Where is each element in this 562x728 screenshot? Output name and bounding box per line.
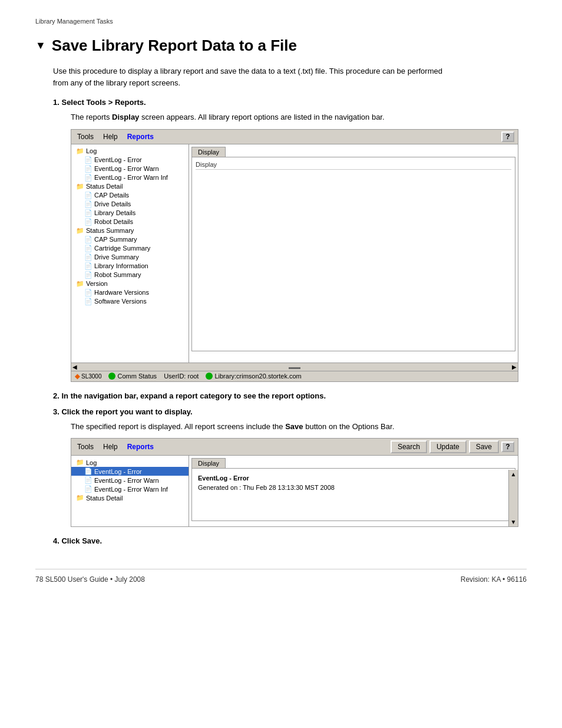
footer-left: 78 SL500 User's Guide • July 2008 [35, 575, 145, 584]
comm-status-icon [108, 373, 115, 380]
menu-help-2[interactable]: Help [101, 442, 120, 452]
menu-tools-2[interactable]: Tools [75, 442, 96, 452]
screenshot-2: Tools Help Reports Search Update Save ? … [71, 438, 518, 527]
folder-icon-sd-2: 📁 [76, 494, 84, 502]
menu-reports-1[interactable]: Reports [125, 132, 156, 141]
folder-icon-sd: 📁 [76, 183, 84, 190]
tree2-status-detail[interactable]: 📁 Status Detail [71, 493, 189, 502]
nav-scroll-bar-1: ◀ ▬▬ ▶ [71, 363, 518, 371]
menu-tools-1[interactable]: Tools [75, 132, 96, 141]
scroll-down-icon[interactable]: ▼ [511, 519, 517, 525]
folder-icon-v: 📁 [76, 280, 84, 288]
report-title: EventLog - Error [198, 475, 509, 482]
file-icon-11: 📄 [84, 262, 92, 270]
step-1: 1. Select Tools > Reports. The reports D… [35, 98, 527, 382]
tree-robot-summary[interactable]: 📄 Robot Summary [71, 271, 189, 279]
menubar-2: Tools Help Reports Search Update Save ? [71, 439, 518, 456]
tree-drive-details[interactable]: 📄 Drive Details [71, 200, 189, 209]
file-icon-ewi: 📄 [84, 485, 92, 493]
nav-tree-1[interactable]: 📁 Log 📄 EventLog - Error 📄 EventLog - Er… [71, 144, 189, 363]
tree2-eventlog-errorwarn[interactable]: 📄 EventLog - Error Warn [71, 476, 189, 485]
tree-eventlog-error[interactable]: 📄 EventLog - Error [71, 156, 189, 164]
app-content-2: 📁 Log 📄 EventLog - Error 📄 EventLog - Er… [71, 456, 518, 526]
footer-right: Revision: KA • 96116 [461, 575, 527, 584]
display-content-1: Display [191, 157, 515, 351]
file-icon-ew: 📄 [84, 476, 92, 484]
tree-library-info[interactable]: 📄 Library Information [71, 262, 189, 271]
tree-software-versions[interactable]: 📄 Software Versions [71, 297, 189, 306]
user-id-label: UserID: root [164, 373, 199, 380]
step-3: 3. Click the report you want to display.… [35, 407, 527, 528]
file-icon-sel: 📄 [84, 467, 92, 475]
search-button[interactable]: Search [391, 440, 427, 453]
file-icon-2: 📄 [84, 165, 92, 173]
vertical-scrollbar[interactable]: ▲ ▼ [508, 470, 518, 526]
tree-status-summary[interactable]: 📁 Status Summary [71, 226, 189, 235]
step-2-label: 2. In the navigation bar, expand a repor… [53, 391, 527, 400]
collapse-icon: ▼ [35, 39, 46, 52]
sun-logo-text: SL3000 [81, 373, 101, 380]
file-icon-9: 📄 [84, 245, 92, 252]
file-icon-8: 📄 [84, 236, 92, 243]
comm-status-1: Comm Status [108, 373, 157, 380]
file-icon-10: 📄 [84, 253, 92, 261]
tree-log[interactable]: 📁 Log [71, 147, 189, 156]
tree-library-details[interactable]: 📄 Library Details [71, 209, 189, 218]
nav-tree-2[interactable]: 📁 Log 📄 EventLog - Error 📄 EventLog - Er… [71, 456, 189, 526]
tree-eventlog-errorwarn[interactable]: 📄 EventLog - Error Warn [71, 164, 189, 173]
step-3-description: The specified report is displayed. All r… [71, 421, 454, 433]
screenshot-1: Tools Help Reports ? 📁 Log 📄 EventLog - … [71, 129, 518, 382]
scroll-right-icon[interactable]: ▶ [512, 364, 517, 370]
save-button[interactable]: Save [469, 440, 499, 453]
file-icon-13: 📄 [84, 289, 92, 297]
tree-robot-details[interactable]: 📄 Robot Details [71, 218, 189, 226]
tree-cap-summary[interactable]: 📄 CAP Summary [71, 235, 189, 244]
file-icon-7: 📄 [84, 218, 92, 226]
file-icon-5: 📄 [84, 200, 92, 208]
display-inner-2: EventLog - Error Generated on : Thu Feb … [196, 472, 511, 493]
report-generated: Generated on : Thu Feb 28 13:13:30 MST 2… [198, 484, 509, 491]
sun-logo-icon: ◆ [75, 373, 80, 380]
display-section-label-1: Display [196, 161, 511, 170]
display-panel-2: Display EventLog - Error Generated on : … [189, 456, 518, 526]
scroll-left-icon[interactable]: ◀ [72, 364, 77, 370]
step-3-label: 3. Click the report you want to display. [53, 407, 527, 416]
tree-eventlog-errorwarninf[interactable]: 📄 EventLog - Error Warn Inf [71, 173, 189, 182]
tree-version[interactable]: 📁 Version [71, 279, 189, 288]
tree-status-detail[interactable]: 📁 Status Detail [71, 182, 189, 191]
update-button[interactable]: Update [429, 440, 467, 453]
tree-drive-summary[interactable]: 📄 Drive Summary [71, 253, 189, 262]
page-title: ▼ Save Library Report Data to a File [35, 37, 527, 55]
help-button-1[interactable]: ? [501, 131, 514, 142]
menu-reports-2[interactable]: Reports [125, 442, 156, 452]
tree2-eventlog-error[interactable]: 📄 EventLog - Error [71, 467, 189, 476]
file-icon-6: 📄 [84, 209, 92, 217]
step-1-description: The reports Display screen appears. All … [71, 111, 454, 123]
step-4: 4. Click Save. [35, 536, 527, 545]
file-icon-4: 📄 [84, 192, 92, 199]
library-status-1: Library:crimson20.stortek.com [206, 373, 301, 380]
display-content-2: EventLog - Error Generated on : Thu Feb … [191, 468, 515, 521]
scroll-up-icon[interactable]: ▲ [511, 471, 517, 477]
menubar-1: Tools Help Reports ? [71, 130, 518, 144]
display-tab-2[interactable]: Display [191, 458, 226, 468]
tree-cap-details[interactable]: 📄 CAP Details [71, 191, 189, 200]
app-content-1: 📁 Log 📄 EventLog - Error 📄 EventLog - Er… [71, 144, 518, 363]
folder-icon-log-2: 📁 [76, 459, 84, 466]
status-bar-1: ◆ SL3000 Comm Status UserID: root Librar… [71, 371, 518, 381]
display-tab-1[interactable]: Display [191, 147, 226, 157]
intro-text: Use this procedure to display a library … [53, 65, 454, 88]
tree-hardware-versions[interactable]: 📄 Hardware Versions [71, 288, 189, 297]
library-status-label: Library:crimson20.stortek.com [214, 373, 301, 380]
tree-cartridge-summary[interactable]: 📄 Cartridge Summary [71, 244, 189, 253]
tree2-log[interactable]: 📁 Log [71, 458, 189, 467]
footer: 78 SL500 User's Guide • July 2008 Revisi… [35, 569, 527, 584]
file-icon-3: 📄 [84, 174, 92, 182]
help-button-2[interactable]: ? [501, 442, 514, 452]
file-icon-12: 📄 [84, 271, 92, 279]
step-1-label: 1. Select Tools > Reports. [53, 98, 527, 107]
display-panel-1: Display Display [189, 144, 518, 363]
step-2: 2. In the navigation bar, expand a repor… [35, 391, 527, 400]
menu-help-1[interactable]: Help [101, 132, 120, 141]
tree2-eventlog-errorwarninf[interactable]: 📄 EventLog - Error Warn Inf [71, 485, 189, 493]
